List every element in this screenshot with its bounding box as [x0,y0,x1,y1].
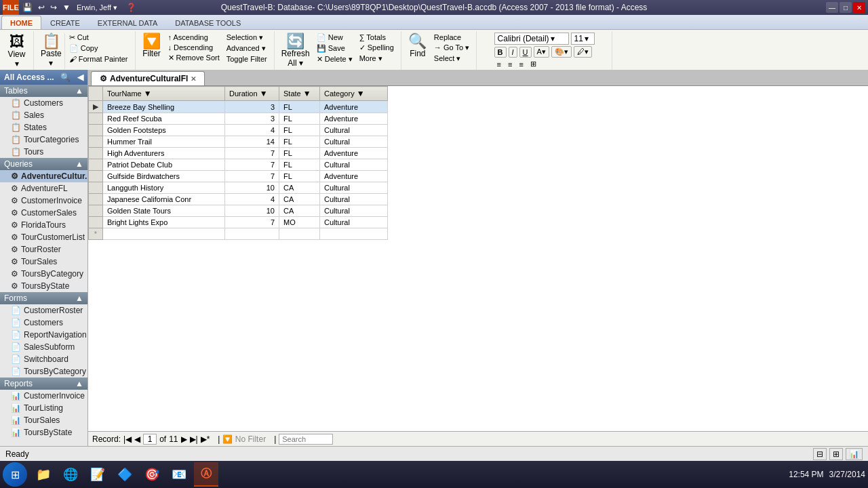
cut-btn[interactable]: ✂ Cut [66,33,131,43]
taskbar-explorer[interactable]: 📁 [31,462,56,487]
row-selector[interactable] [89,159,103,171]
tab-create[interactable]: CREATE [41,16,89,29]
save-btn[interactable]: 💾 Save [314,43,355,54]
new-row-selector[interactable]: * [89,228,103,240]
report-toursbystate[interactable]: 📊 ToursByState [0,426,87,439]
cell-tourname[interactable]: Japanese California Conr [103,194,225,205]
spelling-btn[interactable]: ✓ Spelling [357,43,397,53]
align-left-btn[interactable]: ≡ [494,59,504,69]
tab-close-icon[interactable]: ✕ [191,75,196,83]
filter-btn[interactable]: 🔽 Filter [140,33,164,60]
cell-state[interactable]: CA [279,194,320,205]
delete-btn[interactable]: ✕ Delete ▾ [314,54,355,64]
cell-tourname[interactable]: High Adventurers [103,148,225,159]
gridlines-btn[interactable]: ⊞ [528,59,539,69]
cell-category[interactable]: Adventure [320,148,388,159]
table-states[interactable]: 📋 States [0,121,87,134]
row-selector[interactable] [89,217,103,228]
form-reportnavigation[interactable]: 📄 ReportNavigation [0,329,87,341]
cell-duration[interactable]: 10 [225,205,279,217]
cell-duration[interactable]: 14 [225,136,279,148]
qa-dropdown-btn[interactable]: ▼ [60,3,73,12]
cell-state[interactable]: FL [279,171,320,182]
cell-duration[interactable]: 10 [225,182,279,194]
panel-collapse-icon[interactable]: ◀ [77,73,83,82]
new-row-cell[interactable] [225,228,279,240]
cell-duration[interactable]: 7 [225,217,279,228]
query-toursbystate[interactable]: ⚙ ToursByState [0,280,87,292]
nav-first-btn[interactable]: |◀ [123,434,132,444]
col-state[interactable]: State ▼ [279,87,320,101]
report-customerinvoice[interactable]: 📊 CustomerInvoice [0,390,87,402]
underline-btn[interactable]: U [519,47,532,58]
find-btn[interactable]: 🔍 Find [406,33,430,60]
col-tourname[interactable]: TourName ▼ [103,87,225,101]
view-mode-pivot[interactable]: ⊞ [829,448,843,460]
cell-category[interactable]: Cultural [320,125,388,136]
redo-btn[interactable]: ↪ [48,3,59,12]
advanced-btn[interactable]: Advanced ▾ [224,43,270,54]
bold-btn[interactable]: B [494,47,507,58]
new-row[interactable]: * [89,228,388,240]
form-customers[interactable]: 📄 Customers [0,317,87,329]
report-toursales[interactable]: 📊 TourSales [0,414,87,426]
cell-tourname[interactable]: Golden Footsteps [103,125,225,136]
cell-category[interactable]: Adventure [320,113,388,125]
alt-color-btn[interactable]: 🖊▾ [574,46,592,58]
row-selector[interactable] [89,148,103,159]
selection-btn[interactable]: Selection ▾ [224,33,270,43]
form-switchboard[interactable]: 📄 Switchboard [0,353,87,365]
cell-tourname[interactable]: Hummer Trail [103,136,225,148]
cell-state[interactable]: FL [279,101,320,113]
cell-tourname[interactable]: Langguth History [103,182,225,194]
row-selector[interactable] [89,113,103,125]
query-customersales[interactable]: ⚙ CustomerSales [0,207,87,219]
cell-tourname[interactable]: Patriot Debate Club [103,159,225,171]
nav-new-btn[interactable]: ▶* [201,434,210,444]
cell-duration[interactable]: 7 [225,148,279,159]
form-customerroster[interactable]: 📄 CustomerRoster [0,304,87,317]
cell-duration[interactable]: 7 [225,159,279,171]
table-row[interactable]: Golden State Tours10CACultural [89,205,388,217]
new-btn[interactable]: 📄 New [314,33,355,43]
form-toursbycategory[interactable]: 📄 ToursByCategory [0,365,87,378]
table-row[interactable]: Gulfside Birdwatchers7FLAdventure [89,171,388,182]
reports-collapse-icon[interactable]: ▲ [75,379,83,388]
cell-state[interactable]: CA [279,205,320,217]
tab-home[interactable]: HOME [1,16,41,29]
bg-color-btn[interactable]: 🎨▾ [551,46,572,58]
descending-btn[interactable]: ↓ Descending [165,43,222,52]
report-tourlisting[interactable]: 📊 TourListing [0,402,87,414]
query-adventurecultur[interactable]: ⚙ AdventureCultur... [0,170,87,182]
cell-state[interactable]: CA [279,182,320,194]
taskbar-browser[interactable]: 🌐 [58,462,83,487]
doc-tab-adventureculturalfl[interactable]: ⚙ AdventureCulturalFl ✕ [91,71,205,85]
query-tourcustomerlist[interactable]: ⚙ TourCustomerList [0,231,87,243]
cell-category[interactable]: Cultural [320,182,388,194]
select-btn[interactable]: Select ▾ [431,54,472,64]
minimize-btn[interactable]: — [826,2,838,13]
table-row[interactable]: High Adventurers7FLAdventure [89,148,388,159]
font-color-btn[interactable]: A▾ [534,46,549,58]
view-mode-layout[interactable]: 📊 [846,448,863,460]
new-row-cell[interactable] [279,228,320,240]
cell-category[interactable]: Cultural [320,205,388,217]
taskbar-outlook[interactable]: 📧 [167,462,191,487]
queries-section-header[interactable]: Queries ▲ [0,158,87,170]
tab-database-tools[interactable]: DATABASE TOOLS [166,16,250,29]
table-tourcategories[interactable]: 📋 TourCategories [0,134,87,146]
more-btn[interactable]: More ▾ [357,54,397,64]
format-painter-btn[interactable]: 🖌 Format Painter [66,54,131,64]
view-mode-datasheet[interactable]: ⊟ [813,448,827,460]
align-right-btn[interactable]: ≡ [516,59,526,69]
cell-duration[interactable]: 4 [225,194,279,205]
table-row[interactable]: Red Reef Scuba3FLAdventure [89,113,388,125]
cell-duration[interactable]: 3 [225,101,279,113]
forms-collapse-icon[interactable]: ▲ [75,293,83,303]
query-adventurefl[interactable]: ⚙ AdventureFL [0,182,87,195]
table-row[interactable]: Golden Footsteps4FLCultural [89,125,388,136]
align-center-btn[interactable]: ≡ [505,59,515,69]
save-qa-btn[interactable]: 💾 [20,3,35,12]
cell-category[interactable]: Cultural [320,136,388,148]
cell-category[interactable]: Cultural [320,217,388,228]
